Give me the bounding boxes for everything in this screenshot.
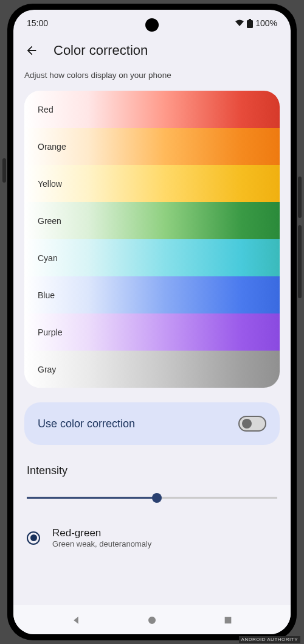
color-row: Orange xyxy=(24,128,280,165)
nav-recent-button[interactable] xyxy=(221,614,235,627)
radio-icon xyxy=(27,531,40,545)
option-red-green[interactable]: Red-green Green weak, deuteranomaly xyxy=(24,522,280,553)
svg-rect-0 xyxy=(249,19,251,20)
color-label: Orange xyxy=(38,142,66,152)
color-row: Blue xyxy=(24,276,280,313)
option-title: Red-green xyxy=(52,527,151,539)
wifi-icon xyxy=(235,19,244,27)
page-subtitle: Adjust how colors display on your phone xyxy=(24,71,280,80)
color-row: Green xyxy=(24,202,280,239)
triangle-back-icon xyxy=(71,615,81,626)
page-title: Color correction xyxy=(54,43,148,58)
svg-point-2 xyxy=(148,617,156,624)
camera-notch xyxy=(145,18,159,32)
nav-home-button[interactable] xyxy=(145,614,159,627)
svg-rect-3 xyxy=(225,617,232,624)
option-subtitle: Green weak, deuteranomaly xyxy=(52,539,151,548)
color-row: Yellow xyxy=(24,165,280,202)
color-preview-card: RedOrangeYellowGreenCyanBluePurpleGray xyxy=(24,91,280,388)
color-label: Red xyxy=(38,105,54,114)
square-recent-icon xyxy=(223,615,233,625)
switch[interactable] xyxy=(238,416,266,432)
switch-thumb xyxy=(242,419,252,429)
nav-back-button[interactable] xyxy=(69,614,83,627)
toggle-label: Use color correction xyxy=(38,418,135,430)
arrow-left-icon xyxy=(25,44,38,57)
circle-home-icon xyxy=(147,615,157,626)
slider-thumb[interactable] xyxy=(152,493,162,503)
slider-fill xyxy=(27,497,159,499)
status-time: 15:00 xyxy=(27,18,48,28)
color-label: Purple xyxy=(38,327,62,337)
color-row: Purple xyxy=(24,313,280,351)
svg-rect-1 xyxy=(247,20,253,28)
color-row: Red xyxy=(24,91,280,128)
back-button[interactable] xyxy=(24,43,39,58)
color-label: Yellow xyxy=(38,179,62,189)
color-label: Green xyxy=(38,216,61,226)
intensity-slider[interactable] xyxy=(24,492,280,504)
color-label: Gray xyxy=(38,365,56,374)
status-battery-pct: 100% xyxy=(255,18,277,28)
battery-icon xyxy=(247,19,253,28)
header: Color correction xyxy=(13,33,291,71)
color-label: Cyan xyxy=(38,253,58,263)
intensity-label: Intensity xyxy=(24,464,280,477)
use-color-correction-toggle[interactable]: Use color correction xyxy=(24,402,280,445)
color-row: Cyan xyxy=(24,239,280,276)
color-row: Gray xyxy=(24,351,280,388)
navigation-bar xyxy=(13,605,291,634)
watermark: ANDROID AUTHORITY xyxy=(239,636,300,643)
color-label: Blue xyxy=(38,290,55,300)
